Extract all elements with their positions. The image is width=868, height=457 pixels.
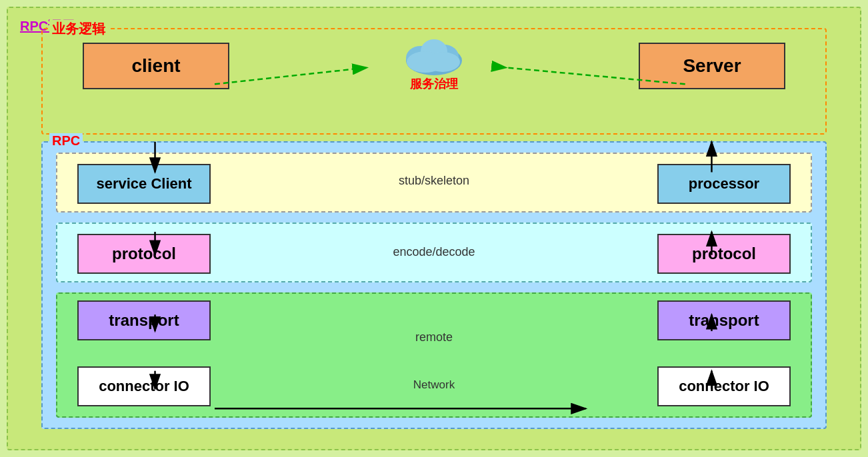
protocol-left-box: protocol bbox=[77, 234, 211, 274]
network-label: Network bbox=[413, 378, 455, 392]
cloud-icon bbox=[397, 33, 471, 79]
encode-section: encode/decode protocol protocol bbox=[56, 223, 812, 282]
connector-left-box: connector IO bbox=[77, 366, 211, 406]
server-box: Server bbox=[639, 43, 785, 89]
protocol-right-box: protocol bbox=[657, 234, 791, 274]
connector-right-box: connector IO bbox=[657, 366, 791, 406]
outer-container: RPC调用 业务逻辑 client Server 服务治理 RPC bbox=[7, 7, 861, 450]
transport-left-box: transport bbox=[77, 300, 211, 340]
cloud-container: 服务治理 bbox=[391, 33, 477, 93]
processor-box: processor bbox=[657, 164, 791, 204]
service-client-box: service Client bbox=[77, 164, 211, 204]
service-governance-label: 服务治理 bbox=[410, 76, 458, 92]
stub-skeleton-label: stub/skeleton bbox=[399, 174, 469, 188]
encode-decode-label: encode/decode bbox=[393, 245, 475, 259]
transport-section: transport transport remote connector IO … bbox=[56, 292, 812, 418]
rpc-section: RPC stub/skeleton service Client process… bbox=[41, 141, 827, 429]
transport-right-box: transport bbox=[657, 300, 791, 340]
remote-label: remote bbox=[415, 330, 453, 344]
rpc-label: RPC bbox=[49, 133, 83, 149]
biz-section: 业务逻辑 client Server 服务治理 bbox=[41, 28, 827, 135]
stub-section: stub/skeleton service Client processor bbox=[56, 153, 812, 213]
svg-point-5 bbox=[425, 52, 460, 72]
biz-label: 业务逻辑 bbox=[49, 20, 108, 38]
client-box: client bbox=[83, 43, 229, 89]
